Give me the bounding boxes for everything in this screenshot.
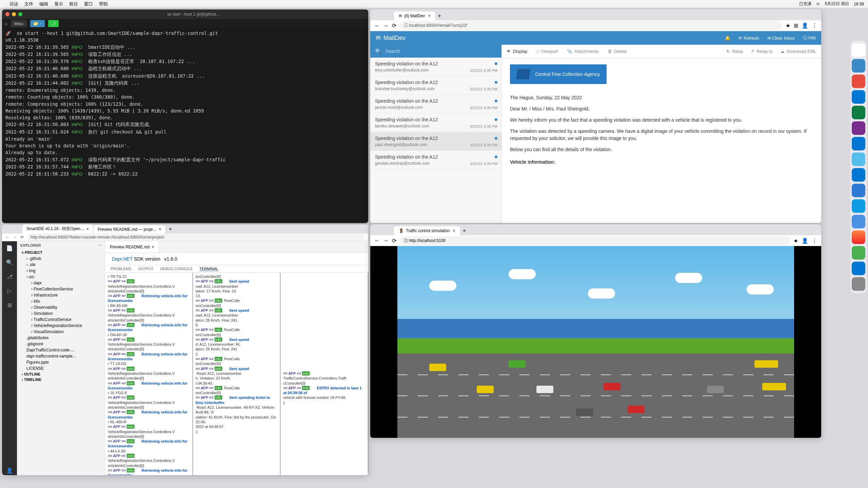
- dock-item[interactable]: [852, 230, 865, 244]
- tree-file[interactable]: DaprTrafficControl.code-…: [17, 347, 105, 353]
- bell-icon[interactable]: 🔔: [725, 36, 730, 41]
- ext-icon[interactable]: ⊞: [794, 22, 798, 29]
- maximize-icon[interactable]: [18, 12, 22, 16]
- minimize-icon[interactable]: [12, 12, 16, 16]
- close-icon[interactable]: [5, 12, 9, 16]
- forward-icon[interactable]: →: [383, 23, 389, 29]
- debug-icon[interactable]: ▷: [5, 287, 14, 295]
- project-section[interactable]: ▿ PROJECT: [17, 250, 105, 256]
- url-input[interactable]: ⓘ http://localhost:5100: [400, 236, 790, 245]
- menu-go[interactable]: 前往: [69, 1, 78, 7]
- back-icon[interactable]: ←: [374, 23, 380, 29]
- ext-icon[interactable]: ★: [786, 22, 790, 29]
- browser-tab[interactable]: SmartIDE v0.1.18 - 阿里Open… ×: [22, 224, 93, 233]
- mail-item[interactable]: Speeding violation on the A12jacinto.moe…: [370, 95, 501, 114]
- new-tab-icon[interactable]: +: [166, 225, 174, 233]
- ext-icon[interactable]: ★: [793, 238, 798, 244]
- reload-icon[interactable]: ⟳: [392, 238, 396, 244]
- new-tab-icon[interactable]: +: [435, 12, 444, 20]
- menu-edit[interactable]: 编辑: [39, 1, 48, 7]
- dock-item[interactable]: [852, 152, 865, 166]
- menu-icon[interactable]: ⋮: [812, 22, 817, 29]
- link[interactable]: Dapr.NET: [112, 256, 133, 262]
- mail-item[interactable]: Speeding violation on the A12eloy.unterk…: [370, 58, 501, 76]
- forward-icon[interactable]: →: [13, 235, 17, 240]
- browser-tab[interactable]: Preview README.md — proje… ×: [94, 225, 165, 233]
- dock-item[interactable]: [852, 121, 865, 135]
- dock-item[interactable]: [852, 90, 865, 104]
- tree-file[interactable]: Figures.pptx: [17, 359, 105, 365]
- relay-to-button[interactable]: ↗ Relay to: [751, 49, 773, 54]
- tree-folder[interactable]: › Simulation: [17, 310, 105, 317]
- status-battery[interactable]: 已充满: [799, 1, 811, 7]
- reload-icon[interactable]: ⟳: [20, 235, 24, 240]
- dock-item[interactable]: [852, 215, 865, 228]
- dock-item[interactable]: [852, 199, 865, 213]
- explorer-icon[interactable]: 📄: [5, 244, 14, 252]
- url-input[interactable]: http://localhost:6900/?folder=vscode-rem…: [27, 233, 365, 241]
- tab-display[interactable]: 👁 Display: [507, 49, 528, 54]
- tree-folder[interactable]: › .ide: [17, 262, 105, 268]
- tree-file[interactable]: .gitignore: [17, 341, 105, 347]
- tree-file[interactable]: LICENSE: [17, 365, 105, 371]
- close-icon[interactable]: ×: [86, 227, 89, 231]
- dock-item[interactable]: [852, 184, 865, 197]
- timeline-section[interactable]: › TIMELINE: [17, 377, 105, 382]
- dock-item[interactable]: [852, 43, 865, 57]
- source-control-icon[interactable]: ⎇: [5, 272, 14, 281]
- info-button[interactable]: ⓘ Info: [803, 35, 816, 41]
- download-button[interactable]: ☁ Download EML: [780, 49, 816, 54]
- reload-icon[interactable]: ⟳: [392, 22, 396, 29]
- refresh-button[interactable]: ⟳ Refresh: [738, 36, 759, 41]
- home-icon[interactable]: ⌂: [5, 21, 7, 26]
- mail-item[interactable]: Speeding violation on the A12brandee.kus…: [370, 76, 501, 95]
- tree-file[interactable]: .gitattributes: [17, 335, 105, 341]
- tree-folder[interactable]: › VehicleRegistrationService: [17, 323, 105, 329]
- url-input[interactable]: ⓘ localhost:4000/#/email/7umzjJ2f: [400, 21, 782, 30]
- tree-folder[interactable]: › dapr: [17, 280, 105, 286]
- mail-item[interactable]: Speeding violation on the A12tamiko.dewa…: [370, 114, 501, 132]
- tree-folder[interactable]: › Infrastructure: [17, 292, 105, 298]
- mail-item[interactable]: Speeding violation on the A12paul.sheing…: [370, 132, 501, 151]
- close-icon[interactable]: ×: [159, 227, 161, 232]
- folder-icon[interactable]: 📁 ~: [30, 20, 45, 27]
- new-tab-icon[interactable]: +: [460, 226, 469, 235]
- status-time[interactable]: 16:39: [854, 2, 864, 6]
- browser-tab[interactable]: ✉ (8) MailDev ×: [394, 12, 435, 20]
- tab-terminal[interactable]: TERMINAL: [199, 267, 218, 271]
- status-date[interactable]: 5月22日 周日: [825, 1, 849, 7]
- terminal-tab-user[interactable]: leixu: [11, 20, 27, 27]
- game-canvas[interactable]: [370, 246, 821, 438]
- wifi-icon[interactable]: ᯾: [816, 2, 820, 6]
- dock-item[interactable]: [852, 246, 865, 260]
- mail-item[interactable]: Speeding violation on the A12geraldo.wes…: [370, 151, 501, 169]
- more-icon[interactable]: ⋯: [98, 243, 101, 248]
- outline-section[interactable]: › OUTLINE: [17, 371, 105, 377]
- tab-attachments[interactable]: 📎 Attachments: [567, 49, 599, 54]
- tab-debug[interactable]: DEBUG CONSOLE: [160, 267, 193, 271]
- back-icon[interactable]: ←: [374, 238, 380, 244]
- tab-viewport[interactable]: □ Viewport: [536, 49, 558, 54]
- tree-folder[interactable]: › FineCollectionService: [17, 286, 105, 292]
- avatar-icon[interactable]: 👤: [802, 238, 808, 244]
- tree-folder[interactable]: › k8s: [17, 298, 105, 304]
- tree-folder[interactable]: › VisualSimulation: [17, 329, 105, 335]
- dock-item[interactable]: [852, 106, 865, 119]
- tab-problems[interactable]: PROBLEMS: [111, 267, 131, 271]
- tree-folder[interactable]: › .github: [17, 256, 105, 262]
- dock-item[interactable]: [852, 277, 865, 291]
- menu-view[interactable]: 显示: [54, 1, 63, 7]
- tree-folder[interactable]: › src: [17, 274, 105, 280]
- close-icon[interactable]: ×: [152, 245, 154, 249]
- browser-tab[interactable]: 🚦 Traffic control simulation ×: [394, 226, 460, 235]
- tree-file[interactable]: dapr-trafficcontrol-sample…: [17, 353, 105, 359]
- extensions-icon[interactable]: ⊞: [5, 301, 14, 309]
- avatar-icon[interactable]: 👤: [802, 22, 808, 29]
- dock-item[interactable]: [852, 137, 865, 150]
- dock-item[interactable]: [852, 75, 865, 88]
- terminal-panes[interactable]: r TR-TG-21 == APP == info: VehicleRegist…: [105, 273, 368, 475]
- menu-window[interactable]: 窗口: [84, 1, 93, 7]
- menu-file[interactable]: 文件: [24, 1, 33, 7]
- search-input[interactable]: [385, 48, 497, 54]
- menu-app[interactable]: 访达: [9, 1, 18, 7]
